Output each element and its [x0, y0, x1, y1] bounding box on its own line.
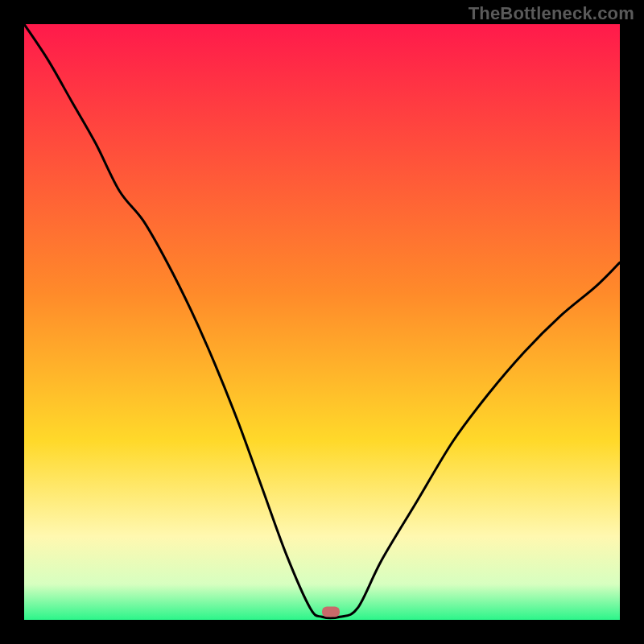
plot-svg: [24, 24, 620, 620]
gradient-background: [24, 24, 620, 620]
chart-frame: TheBottleneck.com: [0, 0, 644, 644]
watermark-text: TheBottleneck.com: [469, 3, 634, 24]
plot-area: [24, 24, 620, 620]
optimum-marker: [322, 607, 340, 617]
